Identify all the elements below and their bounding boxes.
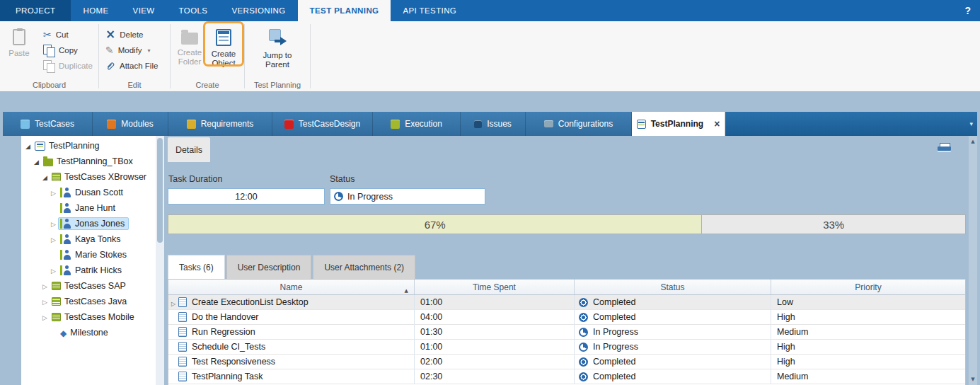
tab-testcases[interactable]: TestCases — [3, 112, 93, 136]
status-field[interactable]: In Progress — [330, 188, 485, 205]
tree-item-testcases-sap[interactable]: TestCases SAP — [21, 278, 156, 294]
close-tab-icon[interactable]: × — [714, 119, 720, 129]
task-name: Run Regression — [192, 327, 255, 337]
tree-item-kaya-tonks[interactable]: Kaya Tonks — [21, 231, 156, 247]
tree-scrollbar-thumb[interactable] — [157, 138, 163, 243]
create-folder-button[interactable]: Create Folder — [173, 25, 207, 67]
table-row-run-regression[interactable]: Run Regression 01:30 In Progress Medium — [168, 325, 965, 340]
task-name: Do the Handover — [192, 312, 259, 322]
expander-collapsed-icon[interactable] — [40, 312, 50, 322]
column-header-status[interactable]: Status — [575, 280, 771, 294]
tab-configurations[interactable]: Configurations — [526, 112, 632, 136]
tab-testplanning[interactable]: TestPlanning × — [632, 112, 725, 136]
expander-collapsed-icon[interactable] — [49, 265, 58, 275]
jump-to-parent-label: Jump to Parent — [258, 51, 297, 69]
copy-label: Copy — [59, 46, 78, 54]
tab-requirements[interactable]: Requirements — [168, 112, 272, 136]
print-button[interactable] — [938, 143, 953, 156]
help-button[interactable]: ? — [955, 0, 980, 21]
tab-modules[interactable]: Modules — [93, 112, 168, 136]
tree-item-testcases-mobile[interactable]: TestCases Mobile — [21, 309, 156, 325]
task-time-spent: 01:00 — [415, 297, 442, 307]
menu-tab-project[interactable]: PROJECT — [0, 0, 71, 21]
expander-collapsed-icon[interactable] — [40, 297, 50, 306]
expander-collapsed-icon[interactable] — [49, 219, 58, 229]
tree-item-dusan-scott[interactable]: Dusan Scott — [21, 185, 156, 200]
ribbon-separator — [310, 24, 311, 88]
tab-user-description[interactable]: User Description — [226, 255, 312, 279]
tree-item-marie-stokes[interactable]: Marie Stokes — [21, 247, 156, 263]
copy-button[interactable]: Copy — [40, 42, 96, 58]
tab-user-attachments[interactable]: User Attachments (2) — [313, 255, 415, 279]
scroll-down-icon[interactable] — [969, 375, 977, 384]
expander-collapsed-icon[interactable] — [49, 234, 58, 244]
tab-issues-label: Issues — [487, 119, 512, 129]
tab-issues[interactable]: Issues — [461, 112, 526, 136]
tab-execution[interactable]: Execution — [373, 112, 461, 136]
create-folder-icon — [181, 33, 198, 45]
task-time-spent: 02:00 — [415, 357, 442, 367]
table-row-create-executionlist-desktop[interactable]: Create ExecutionList Desktop 01:00 Compl… — [168, 295, 965, 310]
column-header-priority[interactable]: Priority — [771, 280, 965, 294]
modify-dropdown-icon[interactable]: ▾ — [148, 47, 151, 54]
delete-button[interactable]: Delete — [103, 27, 161, 42]
expander-collapsed-icon[interactable] — [49, 188, 58, 197]
menu-tab-versioning[interactable]: VERSIONING — [219, 0, 297, 21]
task-status: Completed — [593, 312, 635, 322]
menu-tab-api-testing[interactable]: API TESTING — [391, 0, 468, 21]
task-duration-field[interactable] — [168, 188, 325, 205]
tab-overflow-dropdown-icon[interactable] — [969, 112, 973, 136]
task-name: Create ExecutionList Desktop — [192, 297, 309, 307]
expander-expanded-icon[interactable] — [23, 141, 33, 151]
task-time-spent: 01:30 — [415, 327, 442, 337]
task-time-spent: 01:00 — [415, 342, 442, 352]
table-row-testplanning-task[interactable]: TestPlanning Task 02:30 Completed Medium — [168, 369, 965, 384]
menu-tab-home[interactable]: HOME — [71, 0, 120, 21]
attach-file-button[interactable]: Attach File — [103, 58, 161, 74]
tree-item-testplanning[interactable]: TestPlanning — [21, 138, 156, 154]
tab-testcasedesign[interactable]: TestCaseDesign — [272, 112, 373, 136]
jump-to-parent-button[interactable]: Jump to Parent — [258, 25, 297, 69]
create-object-button[interactable]: Create Object — [207, 25, 241, 68]
create-object-icon — [216, 29, 231, 46]
task-duration-input[interactable] — [168, 189, 324, 204]
expander-collapsed-icon[interactable] — [40, 281, 50, 291]
selected-tree-item[interactable]: Jonas Jones — [58, 217, 129, 230]
paste-clipboard-icon — [13, 29, 25, 45]
attach-file-label: Attach File — [120, 62, 158, 70]
table-header-row: Name Time Spent Status Priority — [168, 280, 965, 295]
row-expander-icon[interactable] — [168, 297, 178, 308]
table-row-test-responsiveness[interactable]: Test Responsiveness 02:00 Completed High — [168, 355, 965, 369]
task-name: Schedule CI_Tests — [192, 342, 265, 352]
table-row-schedule-ci-tests[interactable]: Schedule CI_Tests 01:00 In Progress High — [168, 340, 965, 355]
tree-item-jane-hunt[interactable]: Jane Hunt — [21, 200, 156, 216]
column-header-name[interactable]: Name — [168, 280, 415, 294]
menu-tab-tools[interactable]: TOOLS — [167, 0, 220, 21]
menu-tab-view[interactable]: VIEW — [121, 0, 167, 21]
tree-item-patrik-hicks[interactable]: Patrik Hicks — [21, 263, 156, 278]
tree-item-testcases-java[interactable]: TestCases Java — [21, 294, 156, 309]
tree-item-jonas-jones[interactable]: Jonas Jones — [21, 216, 156, 231]
table-row-do-the-handover[interactable]: Do the Handover 04:00 Completed High — [168, 310, 965, 325]
tab-tasks[interactable]: Tasks (6) — [168, 255, 225, 279]
tree-item-testcases-xbrowser[interactable]: TestCases XBrowser — [21, 169, 156, 185]
ribbon-group-label-create: Create — [171, 81, 244, 89]
details-scrollbar[interactable] — [969, 136, 977, 385]
tree-item-testplanning-tbox[interactable]: TestPlanning_TBox — [21, 154, 156, 169]
expander-expanded-icon[interactable] — [40, 172, 50, 182]
scroll-up-icon[interactable] — [969, 137, 977, 146]
create-folder-label: Create Folder — [173, 48, 206, 67]
column-header-time-spent[interactable]: Time Spent — [415, 280, 575, 294]
printer-icon — [938, 143, 951, 154]
paste-button[interactable]: Paste — [2, 25, 36, 58]
tree-scrollbar[interactable] — [156, 136, 164, 385]
tree-item-label: Jonas Jones — [75, 219, 125, 229]
menu-tab-test-planning[interactable]: TEST PLANNING — [298, 0, 391, 21]
modify-button[interactable]: Modify ▾ — [103, 42, 161, 58]
task-status: Completed — [593, 297, 635, 307]
cut-button[interactable]: Cut — [40, 27, 96, 42]
details-tab[interactable]: Details — [168, 137, 210, 162]
tree-item-milestone[interactable]: Milestone — [21, 325, 156, 340]
duplicate-button[interactable]: Duplicate — [40, 58, 96, 74]
expander-expanded-icon[interactable] — [32, 156, 41, 166]
